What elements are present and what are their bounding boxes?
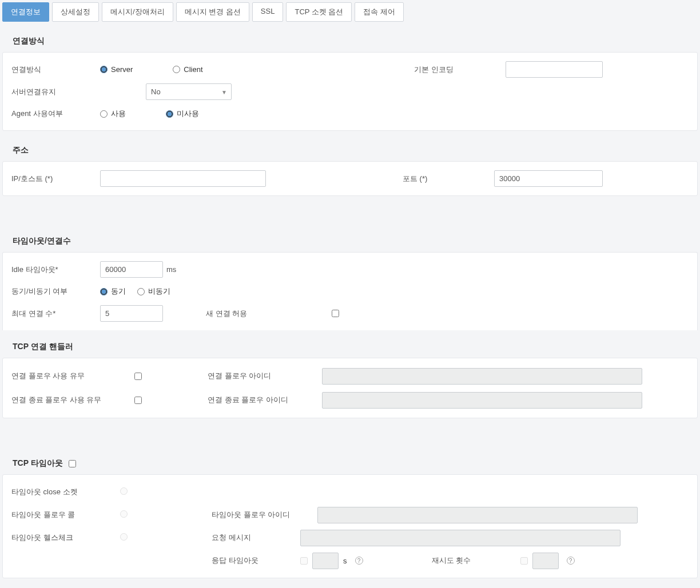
panel-address: IP/호스트 (*) 포트 (*) xyxy=(2,161,698,196)
input-conn-close-flow-id[interactable] xyxy=(322,392,642,409)
label-timeout-flow-call: 타임아웃 플로우 콜 xyxy=(11,510,120,520)
label-port: 포트 (*) xyxy=(403,174,494,184)
radio-agent-use-label: 사용 xyxy=(111,109,126,119)
checkbox-conn-flow-use[interactable] xyxy=(134,373,142,380)
panel-tcp-timeout: 타임아웃 close 소켓 타임아웃 플로우 콜 타임아웃 플로우 아이디 타임… xyxy=(2,474,698,578)
label-conn-close-flow-use: 연결 종료 플로우 사용 유무 xyxy=(11,395,134,405)
label-default-encoding: 기본 인코딩 xyxy=(414,65,506,75)
checkbox-conn-close-flow-use[interactable] xyxy=(134,397,142,404)
unit-ms: ms xyxy=(166,265,176,274)
label-request-message: 요청 메시지 xyxy=(212,533,300,543)
panel-connection-method: 연결방식 Server Client 기본 인코딩 서버연결유지 ▼ Agent… xyxy=(2,52,698,131)
label-server-keepalive: 서버연결유지 xyxy=(11,87,100,97)
label-conn-close-flow-id: 연결 종료 플로우 아이디 xyxy=(208,395,322,405)
tab-access-control[interactable]: 접속 제어 xyxy=(355,2,404,22)
radio-agent-notuse[interactable] xyxy=(166,110,173,118)
input-response-timeout[interactable] xyxy=(312,553,339,569)
label-conn-flow-use: 연결 플로우 사용 유무 xyxy=(11,371,134,381)
section-title-tcp-handler: TCP 연결 핸들러 xyxy=(13,342,698,352)
label-timeout-healthcheck: 타임아웃 헬스체크 xyxy=(11,533,120,543)
radio-server[interactable] xyxy=(100,66,108,73)
tcp-timeout-title-text: TCP 타임아웃 xyxy=(13,458,63,469)
label-retry-count: 재시도 횟수 xyxy=(432,555,520,566)
radio-sync[interactable] xyxy=(100,288,108,295)
panel-timeout: Idle 타임아웃* ms 동기/비동기 여부 동기 비동기 최대 연결 수* … xyxy=(2,252,698,330)
checkbox-response-timeout[interactable] xyxy=(300,557,308,565)
tab-detail-settings[interactable]: 상세설정 xyxy=(52,2,99,22)
select-server-keepalive[interactable]: ▼ xyxy=(146,83,232,100)
label-response-timeout: 응답 타임아웃 xyxy=(212,555,300,566)
input-idle-timeout[interactable] xyxy=(100,261,163,278)
help-icon-2[interactable]: ? xyxy=(567,557,575,565)
radio-timeout-healthcheck[interactable] xyxy=(120,533,128,541)
input-default-encoding[interactable] xyxy=(506,61,603,78)
section-title-address: 주소 xyxy=(13,145,698,155)
input-port[interactable] xyxy=(494,170,603,187)
checkbox-tcp-timeout-enable[interactable] xyxy=(69,460,76,467)
tab-ssl[interactable]: SSL xyxy=(252,2,284,22)
unit-s: s xyxy=(343,557,347,565)
radio-async[interactable] xyxy=(137,288,145,295)
section-title-timeout: 타임아웃/연결수 xyxy=(13,236,698,246)
tab-message-convert[interactable]: 메시지 변경 옵션 xyxy=(176,2,249,22)
input-timeout-flow-id[interactable] xyxy=(317,507,638,523)
input-max-connections[interactable] xyxy=(100,305,163,322)
label-idle-timeout: Idle 타임아웃* xyxy=(11,265,100,275)
radio-sync-label: 동기 xyxy=(111,286,126,297)
label-ip-host: IP/호스트 (*) xyxy=(11,174,100,184)
radio-agent-notuse-label: 미사용 xyxy=(177,109,199,119)
tab-connection-info[interactable]: 연결정보 xyxy=(2,2,49,22)
label-conn-flow-id: 연결 플로우 아이디 xyxy=(208,371,322,381)
checkbox-new-conn-allow[interactable] xyxy=(332,310,339,317)
label-sync-async: 동기/비동기 여부 xyxy=(11,286,100,297)
radio-server-label: Server xyxy=(111,65,133,74)
label-timeout-close-socket: 타임아웃 close 소켓 xyxy=(11,487,120,497)
input-request-message[interactable] xyxy=(300,530,621,546)
select-server-keepalive-value[interactable] xyxy=(146,83,232,100)
input-ip-host[interactable] xyxy=(100,170,266,187)
label-max-connections: 최대 연결 수* xyxy=(11,309,100,319)
help-icon[interactable]: ? xyxy=(355,557,363,565)
radio-timeout-close-socket[interactable] xyxy=(120,487,128,495)
tab-message-error[interactable]: 메시지/장애처리 xyxy=(102,2,173,22)
label-timeout-flow-id: 타임아웃 플로우 아이디 xyxy=(212,510,317,520)
tabs-container: 연결정보 상세설정 메시지/장애처리 메시지 변경 옵션 SSL TCP 소켓 … xyxy=(2,2,698,22)
label-connection-method: 연결방식 xyxy=(11,65,100,75)
radio-async-label: 비동기 xyxy=(148,286,170,297)
input-conn-flow-id[interactable] xyxy=(322,368,642,385)
label-new-conn-allow: 새 연결 허용 xyxy=(206,309,332,319)
input-retry-count[interactable] xyxy=(532,553,559,569)
radio-timeout-flow-call[interactable] xyxy=(120,510,128,518)
radio-client-label: Client xyxy=(184,65,202,74)
radio-client[interactable] xyxy=(173,66,180,73)
section-title-connection-method: 연결방식 xyxy=(13,36,698,46)
tab-tcp-socket[interactable]: TCP 소켓 옵션 xyxy=(286,2,352,22)
section-title-tcp-timeout: TCP 타임아웃 xyxy=(13,458,698,469)
label-agent-use: Agent 사용여부 xyxy=(11,109,100,119)
panel-tcp-handler: 연결 플로우 사용 유무 연결 플로우 아이디 연결 종료 플로우 사용 유무 … xyxy=(2,358,698,418)
radio-agent-use[interactable] xyxy=(100,110,108,118)
checkbox-retry-count[interactable] xyxy=(520,557,528,565)
